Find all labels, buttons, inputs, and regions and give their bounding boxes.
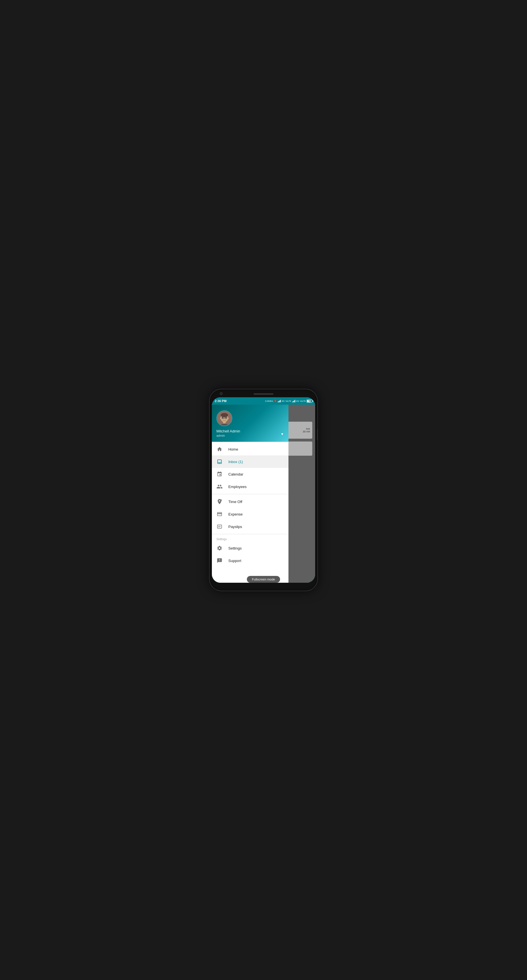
avatar-image xyxy=(217,411,232,426)
svg-point-4 xyxy=(221,413,228,417)
timeoff-icon xyxy=(217,498,223,505)
fullscreen-button[interactable]: Fullscreen mode xyxy=(247,576,280,583)
support-icon xyxy=(217,557,223,564)
menu-divider-1 xyxy=(212,494,288,494)
svg-point-11 xyxy=(228,417,229,419)
inbox-icon xyxy=(217,458,223,465)
sidebar-item-label-inbox: Inbox (1) xyxy=(228,460,243,464)
dropdown-arrow-icon[interactable]: ▼ xyxy=(280,432,284,436)
sidebar-item-label-support: Support xyxy=(228,558,241,563)
sidebar-item-label-expense: Expense xyxy=(228,512,243,516)
settings-section-label: Settings xyxy=(212,535,288,542)
carrier2-label: 4G xyxy=(296,400,299,402)
sidebar-item-label-employees: Employees xyxy=(228,485,247,489)
sidebar-item-settings[interactable]: Settings xyxy=(212,542,288,554)
expense-icon xyxy=(217,511,223,517)
signal-bars-1 xyxy=(278,400,281,402)
network-speed: 0.0KB/s xyxy=(265,400,273,402)
employees-icon xyxy=(217,484,223,490)
sidebar-item-calendar[interactable]: Calendar xyxy=(212,468,288,480)
svg-point-10 xyxy=(220,417,221,419)
sidebar-item-label-settings: Settings xyxy=(228,546,242,550)
volte-icon: VoLTE xyxy=(285,400,291,402)
side-button xyxy=(317,429,317,441)
settings-icon xyxy=(217,545,223,551)
mute-icon: 🔕 xyxy=(274,400,277,402)
drawer-header: Mitchell Admin admin ▼ xyxy=(212,405,288,442)
user-role: admin xyxy=(217,434,284,437)
avatar xyxy=(217,410,232,426)
carrier1-label: 4G xyxy=(282,400,285,402)
status-time: 2:36 PM xyxy=(215,399,227,402)
sidebar-item-label-calendar: Calendar xyxy=(228,472,244,476)
sidebar-item-expense[interactable]: Expense xyxy=(212,508,288,520)
signal-bars-2 xyxy=(292,400,295,402)
battery-level: 66 xyxy=(309,400,310,402)
bottom-bar: Fullscreen mode xyxy=(247,576,280,583)
sidebar-item-label-timeoff: Time Off xyxy=(228,500,242,504)
calendar-icon xyxy=(217,471,223,477)
nav-drawer: Mitchell Admin admin ▼ Home xyxy=(212,405,288,583)
sidebar-item-label-home: Home xyxy=(228,447,238,452)
svg-rect-14 xyxy=(218,527,220,527)
sidebar-item-inbox[interactable]: Inbox (1) xyxy=(212,455,288,468)
home-icon xyxy=(217,446,223,452)
svg-point-6 xyxy=(226,417,227,418)
menu-list: Home Inbox (1) xyxy=(212,442,288,583)
status-right: 0.0KB/s 🔕 4G VoLTE 4G VoLTE 66 xyxy=(265,399,312,402)
svg-point-5 xyxy=(222,417,223,418)
sidebar-item-payslips[interactable]: Payslips xyxy=(212,520,288,533)
sidebar-item-home[interactable]: Home xyxy=(212,443,288,455)
volte2-icon: VoLTE xyxy=(300,400,306,402)
avatar-svg xyxy=(217,411,232,426)
phone-shell: 2:36 PM 0.0KB/s 🔕 4G VoLTE 4G VoLTE 66 xyxy=(210,389,317,591)
sidebar-item-support[interactable]: Support xyxy=(212,554,288,567)
sidebar-item-employees[interactable]: Employees xyxy=(212,480,288,493)
sidebar-item-label-payslips: Payslips xyxy=(228,525,242,529)
status-bar: 2:36 PM 0.0KB/s 🔕 4G VoLTE 4G VoLTE 66 xyxy=(212,397,315,405)
sidebar-item-timeoff[interactable]: Time Off xyxy=(212,495,288,508)
user-name: Mitchell Admin xyxy=(217,429,284,433)
payslips-icon xyxy=(217,523,223,530)
screen: 2:36 PM 0.0KB/s 🔕 4G VoLTE 4G VoLTE 66 xyxy=(212,397,315,583)
battery-icon: 66 xyxy=(307,399,312,402)
camera xyxy=(220,392,223,395)
